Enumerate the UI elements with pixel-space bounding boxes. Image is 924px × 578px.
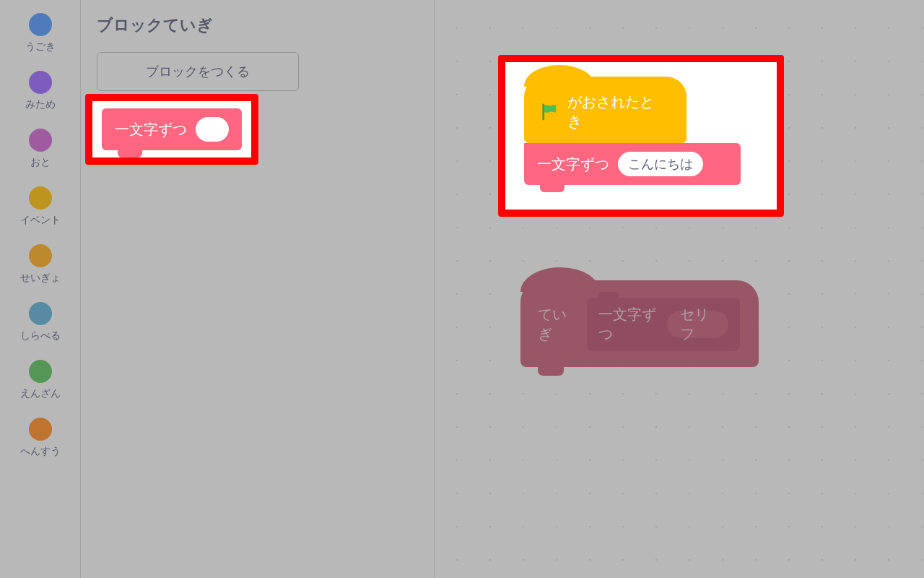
category-control[interactable]: せいぎょ — [0, 237, 80, 295]
custom-block-call[interactable]: 一文字ずつ こんにちは — [524, 143, 741, 185]
script-stack[interactable]: がおされたとき 一文字ずつ こんにちは — [524, 77, 758, 185]
custom-block-sample[interactable]: 一文字ずつ — [102, 108, 242, 150]
block-bump — [540, 184, 565, 192]
hat-block-label: がおされたとき — [567, 92, 668, 131]
definition-hat-block[interactable]: ていぎ 一文字ずつ セリフ — [520, 280, 759, 367]
palette-title: ブロックていぎ — [97, 14, 418, 36]
category-label: へんすう — [20, 445, 61, 458]
custom-block-arg-input[interactable]: こんにちは — [618, 152, 703, 176]
custom-block-label: 一文字ずつ — [537, 155, 609, 174]
category-strip: うごき みため おと イベント せいぎょ しらべる えんざん へんすう — [0, 0, 81, 578]
category-label: みため — [25, 98, 56, 111]
highlight-palette-block: 一文字ずつ — [85, 94, 258, 165]
definition-proc-name: 一文字ずつ — [598, 305, 658, 344]
when-flag-clicked-block[interactable]: がおされたとき — [524, 77, 687, 143]
custom-block-label: 一文字ずつ — [115, 120, 187, 139]
category-dot — [29, 186, 52, 210]
category-looks[interactable]: みため — [0, 64, 80, 121]
definition-prefix-label: ていぎ — [538, 305, 575, 344]
category-label: イベント — [20, 214, 61, 227]
hat-cap-shape — [520, 267, 600, 292]
definition-arg-name: セリフ — [667, 311, 728, 338]
category-sensing[interactable]: しらべる — [0, 295, 80, 353]
category-label: うごき — [25, 40, 56, 53]
category-dot — [29, 244, 52, 267]
category-variables[interactable]: へんすう — [0, 410, 80, 468]
category-dot — [29, 418, 52, 441]
definition-script[interactable]: ていぎ 一文字ずつ セリフ — [520, 280, 759, 367]
app-root: うごき みため おと イベント せいぎょ しらべる えんざん へんすう — [0, 0, 924, 578]
category-label: えんざん — [20, 387, 61, 400]
category-label: せいぎょ — [20, 272, 61, 285]
category-dot — [29, 360, 52, 383]
block-bump — [118, 149, 142, 158]
block-palette: ブロックていぎ ブロックをつくる — [81, 0, 435, 578]
make-block-button[interactable]: ブロックをつくる — [97, 52, 299, 91]
category-motion[interactable]: うごき — [0, 6, 80, 64]
highlight-workspace-script: がおされたとき 一文字ずつ こんにちは — [498, 55, 784, 217]
custom-block-arg-input[interactable] — [196, 117, 229, 142]
category-label: しらべる — [20, 329, 61, 342]
category-dot — [29, 13, 52, 36]
category-label: おと — [30, 156, 51, 169]
category-dot — [29, 302, 52, 325]
hat-cap-shape — [524, 65, 595, 87]
definition-prototype: 一文字ずつ セリフ — [587, 298, 740, 351]
category-events[interactable]: イベント — [0, 179, 80, 237]
category-dot — [29, 129, 52, 152]
green-flag-icon — [541, 103, 557, 121]
block-bump — [538, 366, 564, 376]
category-dot — [29, 71, 52, 94]
category-sound[interactable]: おと — [0, 121, 80, 179]
category-operators[interactable]: えんざん — [0, 353, 80, 410]
